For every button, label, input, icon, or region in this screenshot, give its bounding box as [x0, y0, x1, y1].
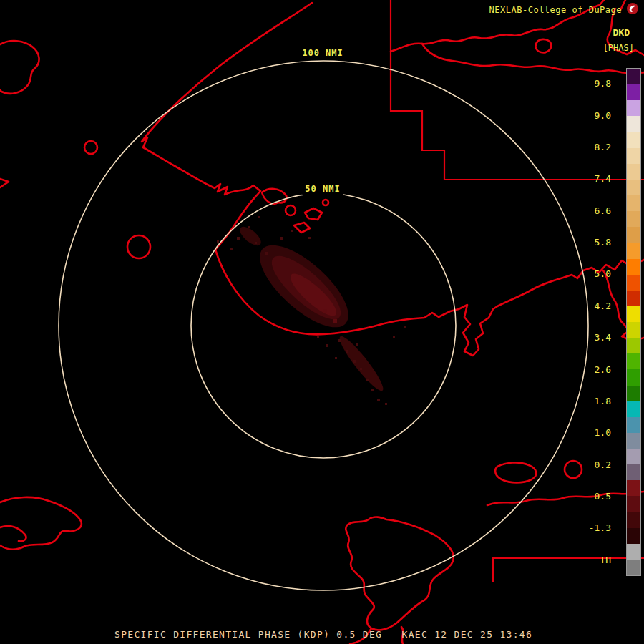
range-ring-label-100nmi: 100 NMI [299, 47, 346, 59]
lake-outline [0, 41, 39, 94]
colorbar-tick-label: 6.6 [577, 205, 611, 217]
colorbar-tick-label: 9.0 [577, 110, 611, 122]
lake-outline [346, 517, 453, 630]
colorbar-segment [627, 116, 640, 132]
colorbar-tick-label: 8.2 [577, 142, 611, 153]
colorbar-segment [627, 148, 640, 164]
colorbar-segment [627, 401, 640, 417]
colorbar-segment [627, 449, 640, 464]
colorbar-ticks: 9.89.08.27.46.65.85.04.23.42.61.81.00.2-… [577, 0, 618, 644]
island-outline [286, 205, 296, 215]
colorbar-segment [627, 164, 640, 180]
colorbar-tick-label: -1.3 [577, 522, 611, 534]
colorbar-segment [627, 560, 640, 575]
colorbar-segment [627, 338, 640, 353]
colorbar-tick-label: -0.5 [577, 491, 611, 502]
coastline-path [487, 492, 644, 505]
colorbar-segment [627, 132, 640, 148]
colorbar-segment [627, 386, 640, 401]
colorbar [626, 68, 641, 576]
colorbar-segment [627, 275, 640, 291]
colorbar-segment [627, 243, 640, 258]
coastline-path [0, 497, 82, 550]
colorbar-tick-label: 1.8 [577, 396, 611, 407]
colorbar-segment [627, 306, 640, 322]
colorbar-threshold-label: TH [577, 555, 611, 566]
colorbar-segment [627, 480, 640, 496]
colorbar-segment [627, 180, 640, 195]
colorbar-tick-label: 3.4 [577, 332, 611, 343]
colorbar-segment [627, 69, 640, 84]
colorbar-segment [627, 464, 640, 480]
radar-display: 100 NMI 50 NMI NEXLAB-College of DuPage … [0, 0, 644, 644]
island-outline [262, 189, 286, 204]
coastline-path [0, 526, 26, 541]
radar-echo-region [217, 216, 406, 405]
colorbar-segment [627, 512, 640, 528]
colorbar-segment [627, 353, 640, 369]
colorbar-tick-label: 1.0 [577, 427, 611, 439]
lake-outline [84, 141, 97, 154]
island-outline [495, 462, 536, 482]
colorbar-segment [627, 528, 640, 544]
colorbar-segment [627, 433, 640, 449]
colorbar-tick-label: 5.8 [577, 237, 611, 248]
colorbar-segment [627, 100, 640, 116]
island-outline [536, 39, 552, 52]
colorbar-segment [627, 417, 640, 433]
colorbar-segment [627, 84, 640, 100]
colorbar-segment [627, 259, 640, 275]
colorbar-segment [627, 211, 640, 227]
product-caption: SPECIFIC DIFFERENTIAL PHASE (KDP) 0.5 DE… [114, 629, 532, 640]
echo-trail [335, 333, 387, 395]
island-outline [305, 208, 322, 220]
range-rings [59, 61, 588, 590]
colorbar-tick-label: 2.6 [577, 364, 611, 376]
colorbar-segment [627, 291, 640, 306]
colorbar-segment [627, 369, 640, 385]
colorbar-segments [627, 69, 640, 575]
range-ring-100nmi [59, 61, 588, 590]
island-outline [323, 200, 328, 205]
colorbar-segment [627, 195, 640, 211]
boundary-path [493, 558, 644, 582]
colorbar-tick-label: 4.2 [577, 301, 611, 312]
radar-map-canvas [0, 0, 644, 644]
range-ring-label-50nmi: 50 NMI [302, 183, 343, 195]
colorbar-tick-label: 9.8 [577, 78, 611, 89]
colorbar-segment [627, 496, 640, 512]
lake-outline [127, 235, 150, 258]
range-ring-50nmi [191, 193, 456, 458]
colorbar-tick-label: 0.2 [577, 459, 611, 471]
colorbar-tick-label: 7.4 [577, 173, 611, 185]
echo-patch [237, 223, 264, 248]
colorbar-segment [627, 322, 640, 338]
colorbar-segment [627, 227, 640, 243]
coastline-path [0, 179, 9, 187]
colorbar-segment [627, 544, 640, 560]
island-outline [294, 223, 310, 233]
colorbar-tick-label: 5.0 [577, 268, 611, 280]
cod-logo-icon [626, 2, 639, 15]
